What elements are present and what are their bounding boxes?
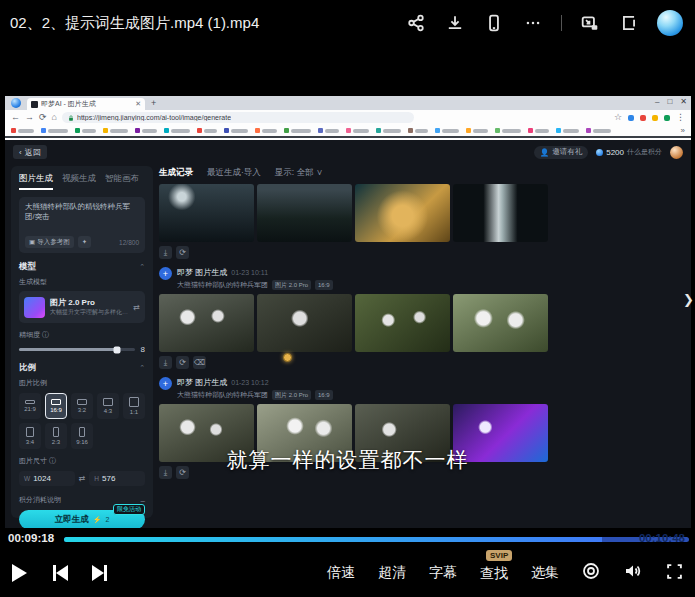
ratio-option[interactable]: 3:2 — [71, 393, 93, 419]
download-icon[interactable] — [444, 12, 466, 34]
bookmark-item[interactable] — [224, 128, 248, 133]
regenerate-action-icon[interactable]: ⟳ — [176, 246, 189, 259]
browser-profile-icon[interactable] — [11, 98, 21, 108]
episodes-button[interactable]: 选集 — [531, 564, 559, 582]
ratio-option[interactable]: 1:1 — [123, 393, 145, 419]
extension-icon[interactable] — [640, 115, 646, 121]
maximize-icon[interactable]: □ — [667, 97, 672, 106]
bookmark-item[interactable] — [318, 128, 339, 133]
phone-icon[interactable] — [483, 12, 505, 34]
bookmarks-overflow-icon[interactable]: » — [681, 126, 685, 135]
tab-close-icon[interactable]: ✕ — [135, 100, 141, 108]
reuse-icon[interactable]: + — [159, 377, 172, 390]
mini-window-icon[interactable] — [618, 12, 640, 34]
extension-icon[interactable] — [652, 115, 658, 121]
address-bar[interactable]: https://jimeng.jianying.com/ai-tool/imag… — [62, 112, 414, 123]
browser-menu-icon[interactable]: ⋮ — [676, 113, 685, 122]
record-icon[interactable] — [582, 562, 600, 584]
bookmark-item[interactable] — [376, 128, 401, 133]
progress-bar[interactable] — [64, 537, 689, 542]
bookmark-item[interactable] — [586, 128, 611, 133]
bookmark-item[interactable] — [11, 128, 34, 133]
results-toolbar-item[interactable]: 最近生成·导入 — [207, 167, 261, 179]
extension-icon[interactable] — [664, 115, 670, 121]
invite-button[interactable]: 👤 邀请有礼 — [534, 146, 588, 159]
share-icon[interactable] — [405, 12, 427, 34]
generated-image[interactable] — [257, 294, 352, 352]
bookmark-item[interactable] — [41, 128, 68, 133]
generated-image[interactable] — [453, 184, 548, 242]
download-action-icon[interactable]: ⤓ — [159, 356, 172, 369]
regenerate-action-icon[interactable]: ⟳ — [176, 356, 189, 369]
delete-action-icon[interactable]: ⌫ — [193, 356, 206, 369]
bookmark-item[interactable] — [528, 128, 549, 133]
switch-model-icon[interactable]: ⇄ — [133, 303, 140, 312]
fullscreen-icon[interactable] — [666, 563, 683, 584]
reuse-icon[interactable]: + — [159, 267, 172, 280]
model-selector[interactable]: 图片 2.0 Pro 大幅提升文字理解与多样化风格表现，细节更精致 ⇄ — [19, 291, 145, 323]
bookmark-star-icon[interactable]: ☆ — [614, 113, 622, 122]
browser-tab[interactable]: 即梦AI - 图片生成 ✕ — [27, 98, 145, 110]
bookmark-item[interactable] — [197, 128, 217, 133]
picture-in-picture-icon[interactable] — [579, 12, 601, 34]
swap-dimensions-icon[interactable]: ⇄ — [79, 474, 86, 483]
ratio-option[interactable]: 16:9 — [45, 393, 67, 419]
generated-image[interactable] — [257, 184, 352, 242]
bookmark-item[interactable] — [75, 128, 96, 133]
credits-display[interactable]: 5200 什么是积分 — [596, 147, 662, 157]
bookmark-item[interactable] — [284, 128, 311, 133]
generated-image[interactable] — [453, 294, 548, 352]
generation-tab[interactable]: 视频生成 — [62, 173, 96, 190]
forward-icon[interactable]: → — [25, 113, 34, 122]
user-avatar[interactable] — [657, 10, 683, 36]
bookmark-item[interactable] — [495, 128, 521, 133]
slider-thumb[interactable] — [114, 346, 121, 353]
close-icon[interactable]: ✕ — [680, 97, 687, 106]
search-button[interactable]: 查找 — [480, 565, 508, 581]
play-button[interactable] — [12, 564, 53, 582]
results-toolbar-item[interactable]: 显示: 全部 ∨ — [275, 167, 323, 179]
bookmark-item[interactable] — [408, 128, 428, 133]
volume-icon[interactable] — [623, 562, 643, 584]
import-reference-button[interactable]: ▣ 导入参考图 — [25, 236, 74, 248]
window-controls: – □ ✕ — [655, 97, 687, 106]
subtitles-button[interactable]: 字幕 — [429, 564, 457, 582]
side-panel-handle-icon[interactable]: ❯ — [683, 292, 694, 307]
download-action-icon[interactable]: ⤓ — [159, 246, 172, 259]
refresh-icon[interactable]: ⟳ — [39, 113, 47, 122]
app-user-avatar[interactable] — [670, 146, 683, 159]
bookmark-item[interactable] — [135, 128, 157, 133]
previous-button[interactable] — [53, 565, 68, 581]
bookmark-item[interactable] — [556, 128, 579, 133]
app-back-button[interactable]: ‹ 返回 — [13, 145, 47, 159]
bookmark-item[interactable] — [103, 128, 128, 133]
generation-tab[interactable]: 图片生成 — [19, 173, 53, 190]
more-icon[interactable] — [522, 12, 544, 34]
prompt-input[interactable]: 大熊猫特种部队的精锐特种兵军团/突击 — [25, 202, 139, 236]
next-button[interactable] — [92, 565, 107, 581]
extension-icon[interactable] — [628, 115, 634, 121]
quality-button[interactable]: 超清 — [378, 564, 406, 582]
bookmark-item[interactable] — [346, 128, 369, 133]
generation-tab[interactable]: 智能画布 — [105, 173, 139, 190]
minimize-icon[interactable]: – — [655, 97, 659, 106]
home-icon[interactable]: ⌂ — [52, 113, 57, 122]
collapse-icon[interactable]: ⌃ — [139, 364, 145, 372]
results-toolbar-item[interactable]: 生成记录 — [159, 167, 193, 179]
bookmark-item[interactable] — [164, 128, 190, 133]
back-icon[interactable]: ← — [11, 113, 20, 122]
ratio-option[interactable]: 4:3 — [97, 393, 119, 419]
bookmark-item[interactable] — [255, 128, 277, 133]
generated-image[interactable] — [355, 294, 450, 352]
magic-wand-button[interactable]: ✦ — [78, 236, 91, 248]
generated-image[interactable] — [355, 184, 450, 242]
bookmark-item[interactable] — [466, 128, 488, 133]
collapse-icon[interactable]: ⌃ — [139, 263, 145, 271]
finesse-slider[interactable] — [19, 348, 135, 351]
bookmark-item[interactable] — [435, 128, 459, 133]
ratio-option[interactable]: 21:9 — [19, 393, 41, 419]
generated-image[interactable] — [159, 184, 254, 242]
generated-image[interactable] — [159, 294, 254, 352]
new-tab-button[interactable]: + — [151, 98, 156, 108]
speed-button[interactable]: 倍速 — [327, 564, 355, 582]
